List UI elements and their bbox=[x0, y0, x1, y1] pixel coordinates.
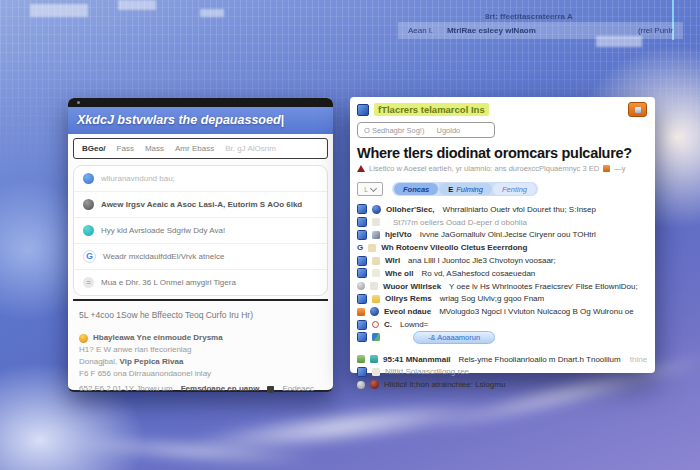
selected-link[interactable]: -& Aoaaamorun bbox=[413, 331, 495, 344]
result-text: St7i7m oellers Ooad D-eper d obohlia bbox=[393, 218, 527, 227]
sand-icon bbox=[368, 244, 376, 252]
list-item-label: Awew Irgsv Aeaic a Asoc Lasi-A, Eutorim … bbox=[101, 200, 302, 209]
result-item[interactable]: Olloher'Siec,Whrrailniarto Ouetr vfol Do… bbox=[357, 203, 647, 216]
list-item[interactable]: G Weadr mxcldaulfddEl/Vrvk atnelce bbox=[74, 243, 327, 269]
blue-doc-icon bbox=[357, 256, 367, 266]
blue-doc-icon bbox=[357, 217, 367, 227]
footer-text: 652 F6 2 01-1Y Jhowu um bbox=[79, 383, 173, 395]
result-text: wriag Sog Ulvlv;g gqoo Fnam bbox=[440, 294, 545, 303]
list-item-label: Weadr mxcldaulfddEl/Vrvk atnelce bbox=[103, 252, 224, 261]
window-title-bar[interactable]: XkdcJ bstvwlars the depauassoed| bbox=[68, 107, 333, 134]
menu-item[interactable]: Amr Ebass bbox=[175, 144, 214, 153]
related-item[interactable]: Nlltlrt Solaascrlllong ree bbox=[357, 366, 647, 379]
result-item[interactable]: G Wh Rotoenv Vileollo Cletus Eeerrdong bbox=[357, 241, 647, 254]
globe-icon bbox=[372, 205, 381, 214]
steel-icon bbox=[372, 231, 380, 239]
result-lead: Wlrl bbox=[385, 256, 400, 265]
beige-icon bbox=[372, 257, 380, 265]
background-bar: Aean l. MtrlRae esleey wlNaom (rrel Punl… bbox=[398, 22, 683, 39]
window-control-dot[interactable] bbox=[77, 101, 80, 104]
result-item[interactable]: hjelVtoIvvne JaGornallulv Olnl.Jecise Ci… bbox=[357, 229, 647, 242]
gray-badge-icon bbox=[370, 282, 378, 290]
list-item[interactable]: Awew Irgsv Aeaic a Asoc Lasi-A, Eutorim … bbox=[74, 191, 327, 217]
filter-tab[interactable]: Fenting bbox=[493, 183, 536, 195]
options-list: wlluranavndund bau; Awew Irgsv Aeaic a A… bbox=[73, 165, 328, 296]
result-item[interactable]: St7i7m oellers Ooad D-eper d obohlia bbox=[357, 216, 647, 229]
swoosh-icon bbox=[372, 333, 380, 341]
blue-doc-icon bbox=[357, 320, 367, 330]
footer-text: Donagjbal, bbox=[79, 357, 117, 366]
background-block bbox=[200, 9, 224, 17]
result-item[interactable]: Wlrlana Lllll I Juontoc Jle3 Chvotoyn vo… bbox=[357, 254, 647, 267]
divider bbox=[73, 299, 328, 301]
window-top-strip bbox=[68, 98, 333, 107]
background-block bbox=[118, 0, 156, 10]
list-toggle-icon[interactable] bbox=[267, 386, 274, 393]
filter-e-icon: E bbox=[448, 185, 453, 194]
filter-tab[interactable]: Foncas bbox=[394, 183, 438, 195]
orange-action-button[interactable] bbox=[628, 102, 647, 117]
dropdown-box[interactable]: L bbox=[357, 182, 383, 196]
result-item[interactable]: Eveol ndaueMVolugdo3 Ngocl i Vvluton Nul… bbox=[357, 305, 647, 318]
green-doc-icon bbox=[357, 355, 365, 363]
result-item[interactable]: Ollrys Remswriag Sog Ulvlv;g gqoo Fnam bbox=[357, 293, 647, 306]
result-item[interactable]: Wuoor WllrlsekY oee lv Hs Whrlnootes Fra… bbox=[357, 280, 647, 293]
result-item[interactable]: Whe ollRo vd, ASahesfocd cosaeuedan bbox=[357, 267, 647, 280]
filter-pill-group: Foncas EFulming Fenting bbox=[392, 182, 538, 196]
list-item-label: Hyy kld Avrsloade Sdgrlw Ddy Ava! bbox=[101, 226, 225, 235]
dark-globe-icon bbox=[83, 199, 94, 210]
result-text: Y oee lv Hs Whrlnootes Fraeicsrev' Fllse… bbox=[449, 282, 638, 291]
globe-icon bbox=[370, 307, 379, 316]
folder-icon bbox=[372, 295, 380, 303]
result-text: Ro vd, ASahesfocd cosaeuedan bbox=[421, 269, 535, 278]
footer-line: Hbayleawa Yne einmoude Drysma bbox=[79, 332, 322, 344]
question-subtitle: Lisetlco w Aoesel eartieh, yr ulamnlo: a… bbox=[357, 164, 647, 173]
result-item-selected[interactable]: -& Aoaaamorun bbox=[357, 331, 647, 344]
footer-line: Donagjbal, Vip Pepica Rivaa bbox=[79, 356, 322, 368]
list-item[interactable]: Hyy kld Avrsloade Sdgrlw Ddy Ava! bbox=[74, 217, 327, 243]
filter-tab[interactable]: EFulming bbox=[439, 183, 492, 195]
result-lead: Wuoor Wllrlsek bbox=[383, 282, 441, 291]
chat-bubble-icon bbox=[83, 173, 94, 184]
window-title: fTlacrers telamarcol Ins bbox=[374, 103, 489, 116]
result-item[interactable]: C.Lownd= bbox=[357, 318, 647, 331]
list-item[interactable]: wlluranavndund bau; bbox=[74, 166, 327, 191]
subtitle-text: Lisetlco w Aoesel eartieh, yr ulamnlo: a… bbox=[369, 164, 599, 173]
filter-label: Fulming bbox=[456, 185, 483, 194]
search-placeholder: Ugoldo bbox=[436, 126, 460, 135]
menu-item[interactable]: Fass bbox=[117, 144, 134, 153]
dropdown-label: L bbox=[364, 186, 368, 193]
badge-icon bbox=[372, 218, 380, 226]
menu-item[interactable]: BGeo/ bbox=[82, 144, 106, 153]
list-item[interactable]: = Mua e Dhr. 36 L Onmel amygirl Tigera bbox=[74, 269, 327, 295]
blue-doc-icon bbox=[357, 332, 367, 342]
background-bar-text: MtrlRae esleey wlNaom bbox=[447, 26, 536, 35]
footer-text: Femsdoane en uanw bbox=[181, 383, 260, 395]
blue-doc-icon bbox=[357, 230, 367, 240]
chevron-down-icon bbox=[370, 184, 377, 191]
menu-item[interactable]: Br. gJ AlOsnm bbox=[225, 144, 276, 153]
result-text: Lownd= bbox=[400, 320, 428, 329]
search-input[interactable]: O Sedhagbr Sog!) Ugoldo bbox=[357, 122, 495, 138]
teal-dot-icon bbox=[83, 225, 94, 236]
pale-icon bbox=[372, 269, 380, 277]
gray-ball-icon bbox=[357, 381, 365, 389]
related-item[interactable]: 95:41 MNanmmailRels-yme Fhoolianrloailo … bbox=[357, 353, 647, 366]
orange-book-icon bbox=[357, 308, 365, 316]
background-bar-text: (rrel Punlr bbox=[638, 26, 673, 35]
filter-row: L Foncas EFulming Fenting bbox=[357, 182, 647, 196]
section-heading: 5L +4coo 1Sow he Bffeecto Teoq Curfo Iru… bbox=[79, 310, 322, 320]
blue-doc-icon bbox=[357, 294, 367, 304]
results-list: Olloher'Siec,Whrrailniarto Ouetr vfol Do… bbox=[357, 203, 647, 344]
background-block bbox=[30, 4, 88, 17]
result-lead: Ollrys Rems bbox=[385, 294, 432, 303]
blue-doc-icon bbox=[357, 268, 367, 278]
result-text: Ivvne JaGornallulv Olnl.Jecise Ciryenr o… bbox=[420, 230, 596, 239]
related-item[interactable]: Hlldlcil It;hon atralnchlee: Lslogmu bbox=[357, 378, 647, 391]
faint-icon bbox=[372, 368, 380, 376]
menu-item[interactable]: Mass bbox=[145, 144, 164, 153]
search-placeholder: O Sedhagbr Sog!) bbox=[364, 126, 424, 135]
result-lead: 95:41 MNanmmail bbox=[383, 355, 451, 364]
result-text: ana Lllll I Juontoc Jle3 Chvotoyn voosaa… bbox=[408, 256, 556, 265]
result-lead: Wh Rotoenv Vileollo Cletus Eeerrdong bbox=[381, 243, 527, 252]
